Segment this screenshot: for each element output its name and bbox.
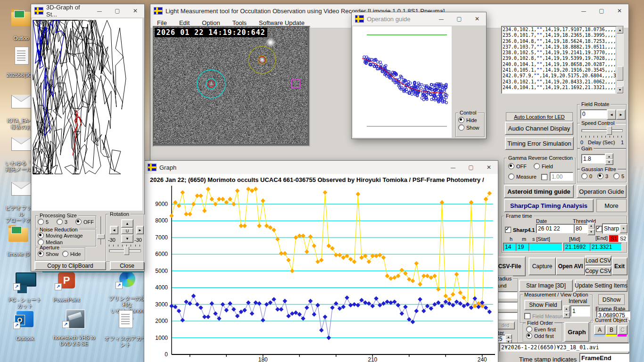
object-b-button[interactable]: B [606, 325, 617, 335]
update-setting-items-button[interactable]: Update Setting Items [575, 280, 627, 292]
rotation-reset-button[interactable]: U [121, 228, 133, 234]
aperture-hide-radio[interactable]: Hide [62, 251, 81, 257]
even-first-radio[interactable]: Even first [526, 326, 556, 332]
exit-button[interactable]: Exit [611, 257, 627, 275]
more-button[interactable]: More [596, 199, 627, 212]
csv-scrollbar[interactable]: ▲ ▼ [616, 26, 623, 93]
size-off-radio[interactable]: OFF [75, 219, 94, 225]
field-measure-checkbox[interactable]: Field Measure [524, 313, 565, 319]
time-start-field[interactable] [528, 243, 562, 251]
maximize-button[interactable] [108, 4, 126, 17]
time-mid-field[interactable]: 21.1692 [563, 243, 592, 251]
auto-location-led-button[interactable]: Auto Location for LED [506, 112, 573, 121]
operation-guide-button[interactable]: Operation Guide [577, 185, 627, 198]
gaussian-0-radio[interactable]: 0 [581, 173, 592, 179]
speed-slider-thumb[interactable] [607, 126, 612, 135]
show-radio[interactable]: Show [458, 124, 479, 131]
rotate-right-arrow-icon[interactable]: ► [616, 109, 626, 120]
sharpcap-timing-analysis-button[interactable]: SharpCap Timing Analysis [504, 199, 594, 212]
field-rotate-value[interactable]: 0 [580, 109, 608, 119]
opguide-titlebar[interactable]: Operation guide [352, 12, 486, 25]
odd-first-radio[interactable]: Odd first [526, 333, 554, 339]
file-path-field[interactable]: 2¥2026-1-22(6650)¥23_18_01.avi [499, 343, 629, 352]
gamma-measure-radio[interactable]: Measure [508, 173, 537, 180]
interval-up-icon[interactable]: ▲ [563, 305, 570, 312]
audio-channel-display-button[interactable]: Audio Channel Display [505, 122, 573, 135]
copy-to-clipboard-button[interactable]: Copy to ClipBoard [34, 261, 106, 270]
close-3d-button[interactable]: Close [110, 261, 144, 270]
rotation-slider-thumb[interactable] [124, 247, 129, 255]
size-3-radio[interactable]: 3 [57, 219, 67, 225]
dropdown-arrow-icon[interactable]: ▼ [619, 224, 627, 233]
star-image-3d-button[interactable]: Star Image [3D] [519, 280, 573, 292]
radius-field-1[interactable] [495, 291, 518, 299]
radius-field-3[interactable] [495, 312, 518, 320]
capture-button[interactable]: Capture [528, 257, 556, 275]
object-c-button[interactable]: C [618, 325, 627, 335]
timing-error-simulation-button[interactable]: Timing Error Simulation [505, 137, 574, 150]
hide-radio[interactable]: Hide [458, 117, 477, 123]
object-a-button[interactable]: A [594, 325, 605, 335]
gaussian-3-radio[interactable]: 3 [597, 173, 608, 179]
rotate-left-icon[interactable]: ◄ [110, 226, 118, 234]
rotate-down-icon[interactable]: ▼ [121, 234, 133, 243]
aperture-show-radio[interactable]: Show [38, 251, 59, 257]
close-button[interactable] [126, 4, 144, 17]
csv-data-panel[interactable]: 234.0,102.1,"",14,19,17.9107,18.0736,,,,… [501, 26, 624, 94]
desktop-icon-outlook-app[interactable]: ↗ Outlook [7, 304, 43, 348]
load-csv-button[interactable]: Load CSV [585, 255, 611, 265]
timestamp-mode-field[interactable]: FrameEnd [579, 353, 629, 362]
interval-down-icon[interactable]: ▼ [563, 312, 570, 318]
time-end-field[interactable]: 21.3321 [590, 243, 622, 251]
radius-field-2[interactable] [495, 302, 518, 309]
maximize-button[interactable] [593, 4, 611, 17]
s2-badge[interactable]: S2 [619, 235, 627, 242]
close-button[interactable] [611, 4, 628, 17]
rotate-up-icon[interactable]: ▲ [121, 219, 133, 228]
desktop-icon-honestech[interactable]: ↗ honestech VHS to DVD 2.5 SE [52, 303, 96, 353]
sharp41-checkbox[interactable]: Sharp4.1 [505, 227, 535, 233]
maximize-button[interactable] [462, 161, 480, 174]
graph-titlebar[interactable]: Graph [144, 161, 498, 174]
rotate-right-icon[interactable]: ► [136, 226, 144, 234]
scroll-up-icon[interactable]: ▲ [617, 26, 623, 33]
close-button[interactable] [468, 12, 486, 25]
scroll-thumb[interactable] [617, 66, 623, 81]
3d-graph-titlebar[interactable]: 3D-Graph of St... [31, 4, 144, 17]
minimize-button[interactable] [444, 161, 462, 174]
graph-button[interactable]: Graph [564, 322, 589, 342]
rotate-left-arrow-icon[interactable]: ◄ [607, 109, 616, 120]
threshold-up-icon[interactable]: ▲ [587, 222, 595, 229]
dshow-button[interactable]: DShow [598, 294, 625, 305]
gain-down-icon[interactable]: ▼ [605, 159, 613, 165]
csv-file-button[interactable]: CSV-File [494, 256, 526, 276]
gamma-off-radio[interactable]: OFF [508, 163, 527, 169]
asteroid-timing-guide-button[interactable]: Asteroid timing guide [504, 185, 574, 198]
size-5-radio[interactable]: 5 [38, 219, 49, 225]
minimize-button[interactable] [91, 4, 108, 17]
sharp-dropdown[interactable]: Sharp▼ [602, 223, 628, 234]
minimize-button[interactable] [432, 12, 450, 25]
speed-slider-track[interactable] [581, 129, 623, 132]
minimize-button[interactable] [575, 4, 593, 17]
copy-csv-button[interactable]: Copy CSV [585, 266, 611, 276]
gaussian-5-radio[interactable]: 5 [613, 173, 624, 179]
gamma-field-radio[interactable]: Field [534, 163, 553, 169]
recorded-button-partial[interactable]: ded [496, 321, 515, 329]
gamma-value-field[interactable]: 1.00 [550, 172, 573, 181]
open-avi-button[interactable]: Open AVI [556, 257, 585, 275]
gain-value-field[interactable]: 1.8 [581, 154, 607, 164]
gamma-checkbox[interactable] [541, 174, 547, 180]
maximize-button[interactable] [450, 12, 468, 25]
vertical-slider[interactable] [98, 216, 104, 245]
scroll-down-icon[interactable]: ▼ [617, 86, 623, 93]
interval-field[interactable]: 1 [570, 305, 590, 317]
sharp-checkbox[interactable] [596, 226, 602, 232]
moving-average-radio[interactable]: Moving Average [38, 232, 83, 239]
threshold-down-icon[interactable]: ▼ [587, 229, 595, 235]
video-frame[interactable]: 2026 01 22 14:19:20:642 [153, 26, 310, 147]
vslider-thumb[interactable] [97, 234, 105, 239]
close-button[interactable] [480, 161, 498, 174]
show-field-button[interactable]: Show Field [524, 300, 562, 310]
desktop-icon-office-account[interactable]: オフィスのアカウント [104, 304, 147, 354]
